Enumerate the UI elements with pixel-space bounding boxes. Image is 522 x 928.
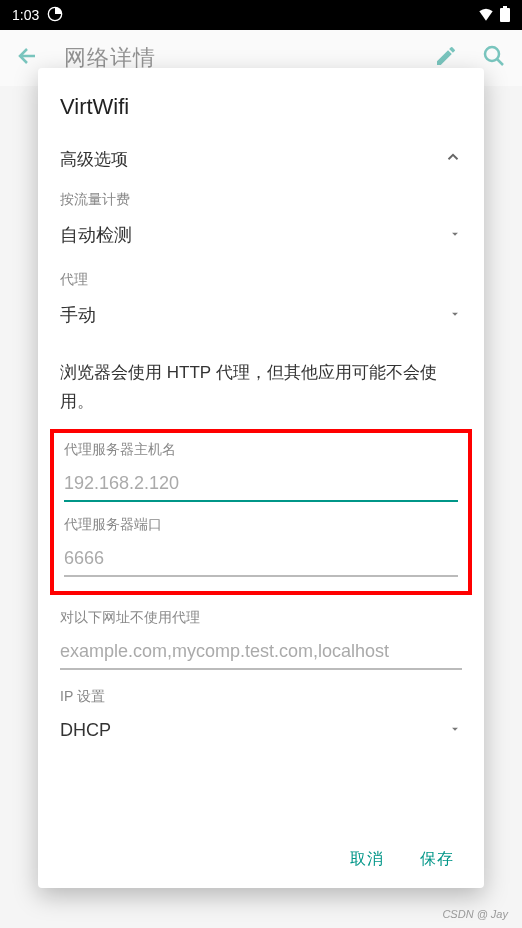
dialog-actions: 取消 保存: [38, 825, 484, 872]
ip-settings-dropdown[interactable]: DHCP: [60, 716, 462, 745]
battery-icon: [500, 6, 510, 25]
proxy-value: 手动: [60, 303, 96, 327]
back-icon[interactable]: [16, 44, 40, 72]
proxy-field: 代理 手动: [60, 271, 462, 331]
cancel-button[interactable]: 取消: [350, 849, 384, 870]
save-button[interactable]: 保存: [420, 849, 454, 870]
svg-rect-2: [503, 6, 507, 8]
ip-settings-label: IP 设置: [60, 688, 462, 706]
proxy-dropdown[interactable]: 手动: [60, 299, 462, 331]
svg-point-3: [485, 47, 499, 61]
ip-settings-value: DHCP: [60, 720, 111, 741]
wifi-icon: [478, 7, 494, 24]
metered-label: 按流量计费: [60, 191, 462, 209]
status-bar: 1:03: [0, 0, 522, 30]
proxy-label: 代理: [60, 271, 462, 289]
status-time: 1:03: [12, 7, 39, 23]
proxy-hostname-label: 代理服务器主机名: [64, 441, 458, 459]
proxy-info-text: 浏览器会使用 HTTP 代理，但其他应用可能不会使用。: [60, 359, 462, 417]
highlight-annotation: 代理服务器主机名 代理服务器端口: [50, 429, 472, 595]
metered-field: 按流量计费 自动检测: [60, 191, 462, 251]
proxy-hostname-field: 代理服务器主机名: [62, 441, 460, 508]
search-icon[interactable]: [482, 44, 506, 72]
metered-dropdown[interactable]: 自动检测: [60, 219, 462, 251]
proxy-hostname-input[interactable]: [64, 467, 458, 502]
bypass-field: 对以下网址不使用代理: [60, 609, 462, 670]
dropdown-arrow-icon: [448, 225, 462, 246]
proxy-port-label: 代理服务器端口: [64, 516, 458, 534]
dialog-title: VirtWifi: [38, 88, 484, 138]
watermark: CSDN @ Jay: [442, 908, 508, 920]
metered-value: 自动检测: [60, 223, 132, 247]
bypass-input[interactable]: [60, 635, 462, 670]
advanced-options-toggle[interactable]: 高级选项: [60, 138, 462, 191]
proxy-port-input[interactable]: [64, 542, 458, 577]
dropdown-arrow-icon: [448, 720, 462, 741]
bypass-label: 对以下网址不使用代理: [60, 609, 462, 627]
dialog-content: 高级选项 按流量计费 自动检测 代理 手动 浏览器会使用 HT: [38, 138, 484, 825]
proxy-port-field: 代理服务器端口: [62, 516, 460, 583]
ip-settings-field: IP 设置 DHCP: [60, 688, 462, 745]
status-app-icon: [47, 6, 63, 25]
chevron-up-icon: [444, 148, 462, 171]
svg-rect-1: [500, 8, 510, 22]
dropdown-arrow-icon: [448, 305, 462, 326]
advanced-options-label: 高级选项: [60, 148, 128, 171]
wifi-settings-dialog: VirtWifi 高级选项 按流量计费 自动检测 代理 手动: [38, 68, 484, 888]
